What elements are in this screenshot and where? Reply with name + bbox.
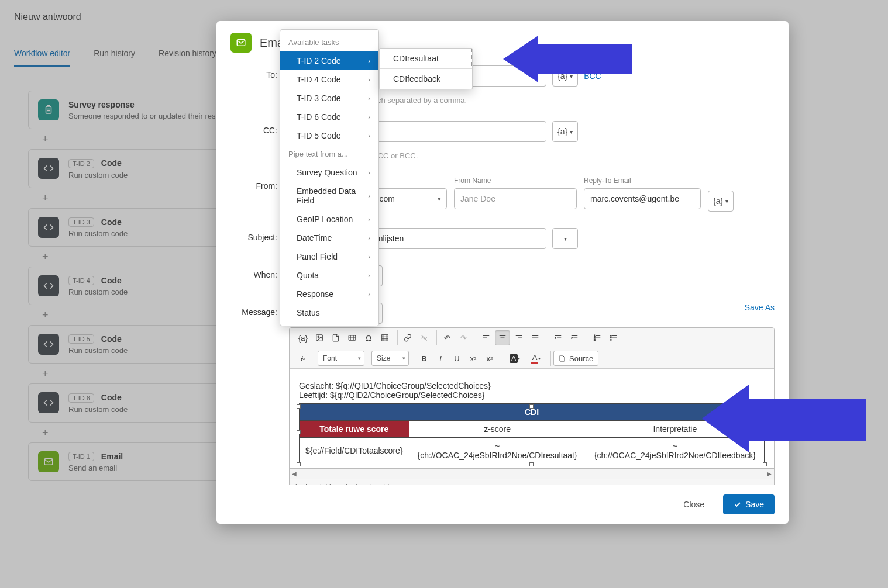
video-icon[interactable]	[345, 330, 360, 345]
svg-point-4	[318, 336, 319, 337]
save-as-link[interactable]: Save As	[745, 303, 775, 324]
size-select[interactable]: Size▾	[371, 351, 409, 366]
svg-point-10	[610, 335, 611, 337]
menu-item-response[interactable]: Response›	[280, 285, 378, 303]
menu-header: Available tasks	[280, 33, 378, 51]
italic-icon[interactable]: I	[433, 351, 448, 366]
svg-rect-6	[382, 335, 388, 341]
mail-icon	[230, 33, 252, 53]
svg-text:3: 3	[594, 338, 596, 341]
scroll-left-icon[interactable]: ◀	[292, 471, 297, 477]
menu-item-tid4[interactable]: T-ID 4 Code›	[280, 70, 378, 89]
scroll-right-icon[interactable]: ▶	[767, 471, 772, 477]
bullet-list-icon[interactable]	[606, 330, 621, 345]
col-header: Totale ruwe score	[300, 421, 409, 438]
from-name-input[interactable]	[454, 188, 577, 209]
svg-point-12	[610, 340, 611, 341]
numbered-list-icon[interactable]: 123	[590, 330, 605, 345]
undo-icon[interactable]: ↶	[439, 330, 455, 345]
svg-point-11	[610, 337, 611, 338]
menu-item-panel-field[interactable]: Panel Field›	[280, 247, 378, 266]
reply-to-label: Reply-To Email	[584, 177, 701, 185]
editor-toolbar-row-1: {a} Ω	[290, 328, 774, 348]
outdent-icon[interactable]	[550, 330, 566, 345]
path-segment[interactable]: td	[383, 483, 389, 485]
align-left-icon[interactable]	[479, 330, 494, 345]
pipe-text-submenu: CDIresultaat CDIfeedback	[379, 48, 473, 89]
from-name-label: From Name	[454, 177, 577, 185]
submenu-item-cdifeedback[interactable]: CDIfeedback	[380, 69, 472, 89]
save-button[interactable]: Save	[723, 494, 775, 514]
cc-pipe-button[interactable]: {a}▾	[552, 121, 578, 142]
submenu-item-cdiresultaat[interactable]: CDIresultaat	[380, 49, 472, 68]
reply-pipe-button[interactable]: {a}▾	[708, 191, 734, 212]
menu-item-tid6[interactable]: T-ID 6 Code›	[280, 108, 378, 126]
file-icon[interactable]	[328, 330, 343, 345]
table-icon[interactable]	[377, 330, 393, 345]
menu-header: Pipe text from a...	[280, 145, 378, 163]
superscript-icon[interactable]: x2	[482, 351, 497, 366]
menu-item-tid3[interactable]: T-ID 3 Code›	[280, 89, 378, 108]
cdi-table[interactable]: CDI Totale ruwe score z-score Interpreta…	[299, 403, 765, 464]
link-icon[interactable]	[400, 330, 415, 345]
path-segment[interactable]: table	[319, 483, 335, 485]
editor-line: Geslacht: ${q://QID1/ChoiceGroup/Selecte…	[299, 381, 765, 390]
path-segment[interactable]: tbody	[344, 483, 361, 485]
menu-item-embedded-data[interactable]: Embedded Data Field›	[280, 182, 378, 210]
col-header: z-score	[409, 421, 586, 438]
annotation-arrow-icon	[486, 32, 638, 85]
menu-item-tid5[interactable]: T-ID 5 Code›	[280, 126, 378, 145]
redo-icon[interactable]: ↷	[456, 330, 471, 345]
menu-item-tid2[interactable]: T-ID 2 Code›	[280, 51, 378, 70]
rich-text-editor: {a} Ω	[289, 327, 775, 369]
editor-horizontal-scroll[interactable]: ◀ ▶	[289, 469, 775, 479]
unlink-icon[interactable]	[417, 330, 432, 345]
pipe-text-button[interactable]: {a}	[295, 330, 311, 345]
path-segment[interactable]: tr	[370, 483, 374, 485]
path-segment[interactable]: body	[295, 483, 311, 485]
align-justify-icon[interactable]	[528, 330, 543, 345]
editor-toolbar-row-2: Ix Font▾ Size▾ B I U	[290, 348, 774, 369]
pipe-text-menu: Available tasks T-ID 2 Code› T-ID 4 Code…	[280, 29, 379, 326]
menu-item-status[interactable]: Status	[280, 303, 378, 322]
editor-path-bar: body table tbody tr td	[289, 479, 775, 485]
editor-line: Leeftijd: ${q://QID2/ChoiceGroup/Selecte…	[299, 390, 765, 400]
underline-icon[interactable]: U	[449, 351, 464, 366]
menu-item-datetime[interactable]: DateTime›	[280, 229, 378, 247]
image-icon[interactable]	[312, 330, 327, 345]
font-select[interactable]: Font▾	[318, 351, 364, 366]
annotation-arrow-icon	[696, 375, 842, 463]
text-color-icon[interactable]: A ▾	[526, 351, 546, 366]
subscript-icon[interactable]: x2	[466, 351, 481, 366]
remove-format-icon[interactable]: Ix	[295, 351, 311, 366]
bg-color-icon[interactable]: A ▾	[505, 351, 525, 366]
bold-icon[interactable]: B	[417, 351, 432, 366]
menu-item-quota[interactable]: Quota›	[280, 266, 378, 285]
subject-dd-button[interactable]: ▾	[552, 228, 578, 249]
indent-icon[interactable]	[567, 330, 582, 345]
cell: ~{ch://OCAC_24jeSbfRIrd2Noe/CDIresultaat…	[409, 438, 586, 464]
menu-item-geoip[interactable]: GeoIP Location›	[280, 210, 378, 229]
special-char-icon[interactable]: Ω	[361, 330, 376, 345]
reply-to-input[interactable]	[584, 188, 701, 209]
align-center-icon[interactable]	[495, 330, 510, 345]
close-button[interactable]: Close	[673, 494, 715, 514]
menu-item-survey-question[interactable]: Survey Question›	[280, 163, 378, 182]
align-right-icon[interactable]	[511, 330, 526, 345]
source-button[interactable]: Source	[553, 351, 598, 366]
cell: ${e://Field/CDITotaalscore}	[300, 438, 409, 464]
